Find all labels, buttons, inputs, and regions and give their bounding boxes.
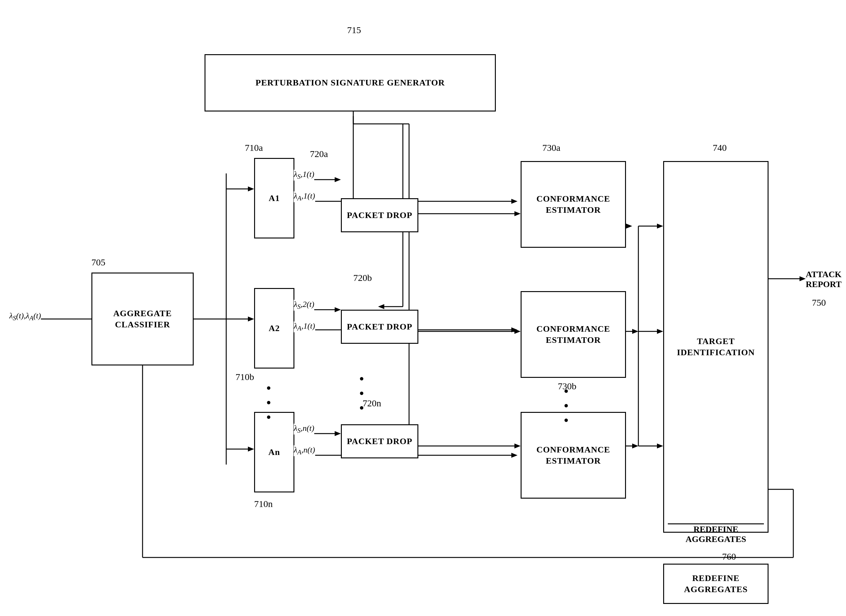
svg-marker-32 bbox=[514, 329, 521, 334]
attack-report-label: ATTACKREPORT bbox=[806, 270, 842, 289]
an-block: An bbox=[254, 412, 294, 493]
packet-drop-a-box: PACKET DROP bbox=[341, 198, 419, 232]
svg-marker-5 bbox=[248, 186, 254, 191]
svg-marker-40 bbox=[626, 224, 632, 229]
ref-720a: 720a bbox=[310, 149, 328, 159]
perturbation-generator-box: PERTURBATION SIGNATURE GENERATOR bbox=[204, 54, 496, 111]
lambda-an-label: λA,n(t) bbox=[294, 445, 315, 456]
ref-710a: 710a bbox=[245, 142, 263, 153]
aggregate-classifier-box: AGGREGATECLASSIFIER bbox=[91, 273, 194, 365]
svg-marker-30 bbox=[511, 327, 517, 332]
redefine-section-label: REDEFINEAGGREGATES bbox=[668, 524, 764, 544]
conformance-a-box: CONFORMANCEESTIMATOR bbox=[521, 161, 626, 248]
packet-drop-b-box: PACKET DROP bbox=[341, 310, 419, 344]
lambda-a1-top-label: λA,1(t) bbox=[294, 191, 315, 202]
a1-label: A1 bbox=[269, 193, 280, 204]
packet-drop-b-label: PACKET DROP bbox=[347, 321, 412, 332]
packet-drop-n-label: PACKET DROP bbox=[347, 436, 412, 447]
conformance-b-box: CONFORMANCEESTIMATOR bbox=[521, 291, 626, 378]
diagram-container: PERTURBATION SIGNATURE GENERATOR 715 AGG… bbox=[0, 0, 846, 616]
lambda-sn-label: λS,n(t) bbox=[294, 424, 314, 434]
svg-marker-47 bbox=[657, 224, 663, 229]
svg-marker-34 bbox=[335, 431, 341, 436]
svg-marker-53 bbox=[799, 276, 806, 281]
target-id-label: TARGETIDENTIFICATION bbox=[677, 336, 755, 358]
an-label: An bbox=[268, 447, 280, 458]
ref-720b: 720b bbox=[353, 273, 372, 283]
conformance-n-box: CONFORMANCEESTIMATOR bbox=[521, 412, 626, 499]
packet-drop-a-label: PACKET DROP bbox=[347, 210, 412, 221]
lambda-s2-label: λS,2(t) bbox=[294, 300, 314, 311]
conformance-b-label: CONFORMANCEESTIMATOR bbox=[536, 323, 610, 346]
ref-710b: 710b bbox=[235, 372, 254, 382]
lambda-s1-label: λS,1(t) bbox=[294, 170, 314, 180]
svg-marker-42 bbox=[632, 329, 638, 334]
ref-705: 705 bbox=[91, 257, 105, 268]
lambda-a1-mid-label: λA,1(t) bbox=[294, 321, 315, 332]
ref-750: 750 bbox=[812, 297, 826, 308]
svg-marker-26 bbox=[514, 211, 521, 216]
svg-marker-7 bbox=[248, 317, 254, 321]
conformance-n-label: CONFORMANCEESTIMATOR bbox=[536, 444, 610, 467]
ref-715: 715 bbox=[347, 25, 361, 35]
ellipsis-aggregates: ••• bbox=[266, 381, 272, 425]
target-id-box: TARGETIDENTIFICATION bbox=[663, 161, 768, 533]
svg-marker-16 bbox=[378, 304, 384, 309]
svg-marker-51 bbox=[657, 443, 663, 449]
svg-marker-9 bbox=[248, 447, 254, 452]
a1-block: A1 bbox=[254, 158, 294, 239]
redefine-box: REDEFINEAGGREGATES bbox=[663, 564, 768, 604]
a2-block: A2 bbox=[254, 288, 294, 368]
conformance-a-label: CONFORMANCEESTIMATOR bbox=[536, 193, 610, 216]
svg-marker-49 bbox=[657, 329, 663, 334]
redefine-label: REDEFINEAGGREGATES bbox=[684, 573, 748, 595]
ref-760: 760 bbox=[722, 551, 736, 562]
packet-drop-n-box: PACKET DROP bbox=[341, 424, 419, 458]
a2-label: A2 bbox=[269, 323, 280, 334]
svg-marker-44 bbox=[632, 443, 638, 449]
ellipsis-conformance: ••• bbox=[564, 384, 570, 428]
perturbation-generator-label: PERTURBATION SIGNATURE GENERATOR bbox=[256, 77, 445, 88]
svg-marker-38 bbox=[514, 443, 521, 449]
svg-marker-22 bbox=[335, 177, 341, 182]
ref-730a: 730a bbox=[542, 142, 560, 153]
svg-marker-36 bbox=[511, 453, 517, 458]
ellipsis-packets: ••• bbox=[360, 372, 365, 415]
aggregate-classifier-label: AGGREGATECLASSIFIER bbox=[113, 308, 172, 330]
svg-marker-28 bbox=[335, 307, 341, 312]
svg-marker-24 bbox=[511, 199, 517, 204]
ref-720n: 720n bbox=[363, 398, 381, 409]
ref-710n: 710n bbox=[254, 499, 273, 509]
input-signal-label: λS(t),λA(t) bbox=[9, 311, 41, 322]
ref-740: 740 bbox=[713, 142, 727, 153]
